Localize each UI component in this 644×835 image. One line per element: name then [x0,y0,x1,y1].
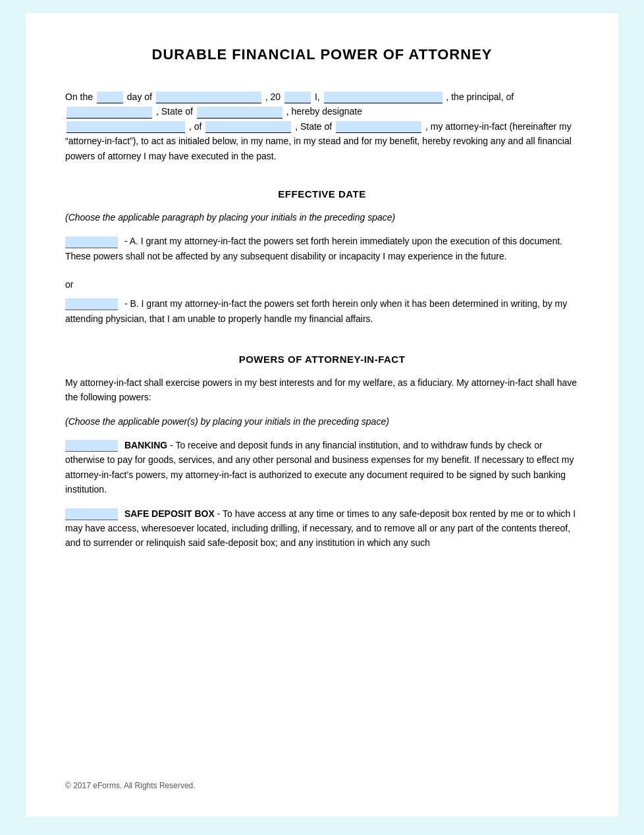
year-field[interactable] [284,92,311,103]
day-field[interactable] [97,92,123,103]
agent-city-field[interactable] [205,121,291,133]
safe-deposit-block: SAFE DEPOSIT BOX - To have access at any… [65,506,579,551]
effective-date-heading: EFFECTIVE DATE [65,188,579,200]
principal-state-field[interactable] [197,107,282,119]
agent-state-field[interactable] [336,121,421,133]
intro-text-6: , State of [156,106,193,117]
agent-name-field[interactable] [67,121,185,133]
banking-block: BANKING - To receive and deposit funds i… [65,438,579,497]
initials-field-safe-deposit[interactable] [65,508,118,520]
initials-field-b[interactable] [65,298,118,310]
intro-text-9: , State of [295,121,332,132]
paragraph-a-text: - A. I grant my attorney-in-fact the pow… [65,236,562,261]
principal-name-field[interactable] [324,92,443,103]
paragraph-b-block: - B. I grant my attorney-in-fact the pow… [65,296,579,326]
initials-field-banking[interactable] [65,440,118,452]
powers-intro: My attorney-in-fact shall exercise power… [65,375,579,405]
intro-text-8: , of [189,121,201,132]
intro-text-5: , the principal, of [446,92,514,102]
principal-city-field[interactable] [67,107,152,119]
banking-term: BANKING [124,440,167,450]
paragraph-a-block: - A. I grant my attorney-in-fact the pow… [65,234,579,263]
month-field[interactable] [156,92,261,103]
initials-field-a[interactable] [65,236,118,248]
powers-heading: POWERS OF ATTORNEY-IN-FACT [65,354,579,365]
paragraph-b-text: - B. I grant my attorney-in-fact the pow… [65,298,567,323]
intro-text-7: , hereby designate [286,106,362,117]
intro-text-4: I, [315,92,320,102]
or-text: or [65,279,579,290]
intro-paragraph: On the day of , 20 I, , the principal, o… [65,90,579,163]
intro-text-2: day of [127,92,152,102]
intro-text-3: , 20 [265,92,281,102]
document-title: DURABLE FINANCIAL POWER OF ATTORNEY [65,46,579,63]
footer-text: © 2017 eForms. All Rights Reserved. [65,781,196,790]
effective-date-instruction: (Choose the applicable paragraph by plac… [65,210,579,225]
safe-deposit-term: SAFE DEPOSIT BOX [124,508,215,519]
footer: © 2017 eForms. All Rights Reserved. [65,761,579,790]
powers-instruction: (Choose the applicable power(s) by placi… [65,414,579,429]
intro-text-1: On the [65,92,93,102]
document: DURABLE FINANCIAL POWER OF ATTORNEY On t… [26,13,618,817]
